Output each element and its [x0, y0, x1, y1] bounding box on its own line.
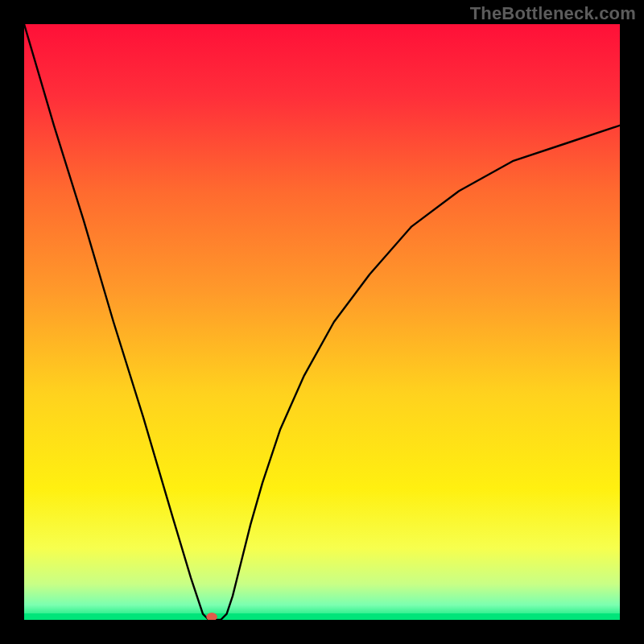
chart-container: TheBottleneck.com [0, 0, 644, 644]
bottleneck-curve [24, 24, 620, 620]
attribution-text: TheBottleneck.com [470, 3, 636, 24]
curve-path [24, 24, 620, 620]
optimal-point-marker [206, 613, 217, 620]
plot-area [24, 24, 620, 620]
